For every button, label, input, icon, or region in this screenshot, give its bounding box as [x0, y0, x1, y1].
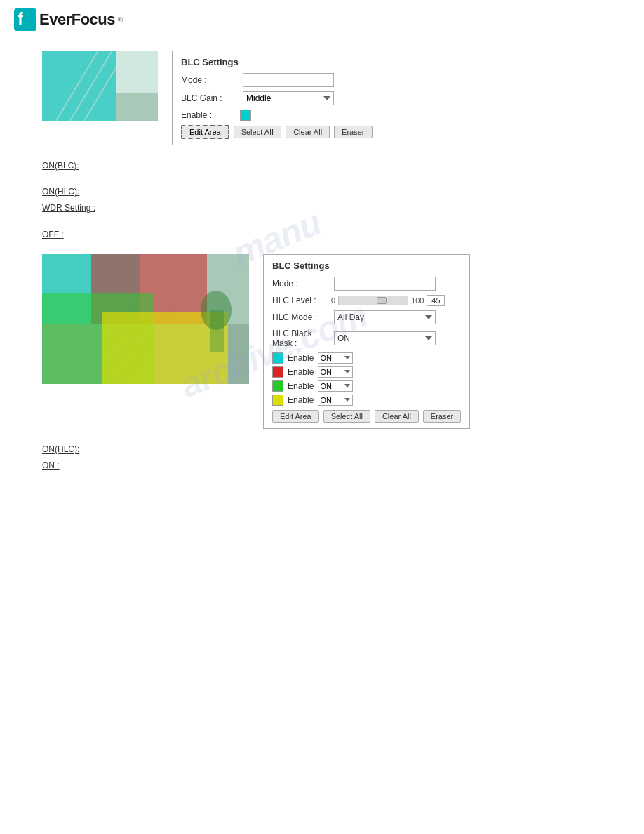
text-on-hlc-2: ON(HLC):: [42, 443, 79, 456]
hlc-settings-title: BLC Settings: [272, 260, 461, 271]
text-off: OFF :: [42, 228, 64, 241]
blc-mode-row: Mode : ON(BLC) ON(HLC) OFF: [181, 73, 380, 87]
text-section-2: ON(HLC): WDR Setting :: [42, 185, 602, 218]
blc-clear-all-button[interactable]: Clear All: [286, 126, 330, 138]
hlc-enable-select-4[interactable]: ON OFF: [318, 395, 353, 406]
logo-text: EverFocus: [39, 11, 115, 29]
hlc-edit-area-button[interactable]: Edit Area: [272, 410, 319, 423]
text-on: ON :: [42, 459, 60, 472]
blc-gain-label: BLC Gain :: [181, 93, 237, 103]
hlc-level-slider[interactable]: [338, 296, 408, 305]
hlc-mode-select[interactable]: ON(HLC) ON(BLC) OFF: [334, 277, 436, 291]
blc-gain-select[interactable]: Middle Low High: [243, 91, 334, 105]
hlc-level-label: HLC Level :: [272, 296, 328, 305]
logo: f EverFocus®: [14, 8, 123, 31]
hlc-mode-label: Mode :: [272, 279, 328, 289]
hlc-enable-label-4: Enable: [288, 395, 314, 405]
hlc-select-all-button[interactable]: Select All: [323, 410, 370, 423]
hlc-enable-row-2: Enable ON OFF: [272, 366, 461, 378]
blc-color-box-cyan: [240, 110, 251, 121]
hlc-mode-row-2: HLC Mode : All Day Night Day: [272, 310, 461, 324]
hlc-enable-row-4: Enable ON OFF: [272, 395, 461, 406]
hlc-enable-label-2: Enable: [288, 367, 314, 377]
header: f EverFocus®: [0, 0, 644, 37]
hlc-preview-svg: [42, 254, 249, 384]
blc-enable-row: Enable :: [181, 110, 380, 121]
text-on-blc: ON(BLC):: [42, 159, 79, 173]
everfocus-logo-icon: f: [14, 8, 36, 31]
hlc-range-min: 0: [331, 296, 335, 305]
blc-select-all-button[interactable]: Select AII: [234, 126, 281, 138]
hlc-enable-label-3: Enable: [288, 381, 314, 391]
svg-rect-8: [116, 93, 158, 121]
hlc-level-row: HLC Level : 0 100 45: [272, 295, 461, 306]
hlc-slider-thumb: [377, 297, 387, 304]
hlc-mode-row: Mode : ON(HLC) ON(BLC) OFF: [272, 277, 461, 291]
hlc-settings-panel: BLC Settings Mode : ON(HLC) ON(BLC) OFF …: [263, 254, 470, 429]
main-content: BLC Settings Mode : ON(BLC) ON(HLC) OFF …: [0, 37, 644, 492]
blc-gain-row: BLC Gain : Middle Low High: [181, 91, 380, 105]
blc-enable-label: Enable :: [181, 110, 237, 120]
hlc-enable-select-1[interactable]: ON OFF: [318, 352, 353, 364]
hlc-black-mask-select[interactable]: ON OFF: [334, 331, 436, 345]
hlc-range-max: 100: [411, 296, 424, 305]
hlc-color-green: [272, 380, 283, 392]
hlc-black-mask-label: HLC Black Mask :: [272, 329, 328, 348]
blc-preview-svg: [42, 51, 158, 121]
hlc-color-red: [272, 366, 283, 378]
hlc-section: BLC Settings Mode : ON(HLC) ON(BLC) OFF …: [42, 254, 602, 429]
hlc-mode-select-2[interactable]: All Day Night Day: [334, 310, 436, 324]
text-wdr: WDR Setting :: [42, 201, 95, 215]
hlc-enable-select-3[interactable]: ON OFF: [318, 380, 353, 392]
svg-text:f: f: [18, 10, 23, 28]
hlc-color-yellow: [272, 395, 283, 406]
blc-button-row: Edit Area Select AII Clear All Eraser: [181, 125, 380, 139]
blc-section: BLC Settings Mode : ON(BLC) ON(HLC) OFF …: [42, 51, 602, 145]
logo-reg: ®: [118, 16, 123, 24]
hlc-enable-label-1: Enable: [288, 353, 314, 363]
hlc-enable-row-1: Enable ON OFF: [272, 352, 461, 364]
blc-mode-select[interactable]: ON(BLC) ON(HLC) OFF: [243, 73, 334, 87]
blc-settings-title: BLC Settings: [181, 57, 380, 67]
hlc-clear-all-button[interactable]: Clear All: [375, 410, 419, 423]
blc-mode-label: Mode :: [181, 75, 237, 85]
hlc-eraser-button[interactable]: Eraser: [423, 410, 461, 423]
hlc-level-value: 45: [427, 295, 445, 306]
text-on-hlc: ON(HLC):: [42, 185, 79, 199]
hlc-black-mask-row: HLC Black Mask : ON OFF: [272, 329, 461, 348]
hlc-button-row: Edit Area Select All Clear All Eraser: [272, 410, 461, 423]
text-section-4: ON(HLC): ON :: [42, 443, 602, 475]
svg-point-19: [201, 291, 232, 330]
hlc-color-cyan: [272, 352, 283, 364]
text-section-3: OFF :: [42, 228, 602, 244]
text-section-1: ON(BLC):: [42, 159, 602, 176]
blc-camera-preview: [42, 51, 158, 121]
hlc-enable-row-3: Enable ON OFF: [272, 380, 461, 392]
hlc-mode-label-2: HLC Mode :: [272, 312, 328, 322]
blc-eraser-button[interactable]: Eraser: [334, 126, 372, 138]
hlc-camera-preview: [42, 254, 249, 384]
hlc-enable-select-2[interactable]: ON OFF: [318, 366, 353, 378]
blc-settings-panel: BLC Settings Mode : ON(BLC) ON(HLC) OFF …: [172, 51, 389, 145]
blc-edit-area-button[interactable]: Edit Area: [181, 125, 229, 139]
